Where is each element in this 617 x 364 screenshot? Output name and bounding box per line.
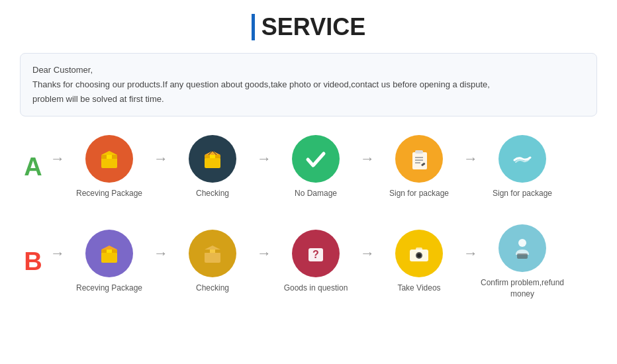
svg-rect-4 — [205, 158, 220, 168]
flow-arrow: → — [463, 150, 478, 167]
flow-items-a: Receving Package→Checking→No Damage→Sign… — [66, 135, 597, 199]
flow-item-label-nodamage: No Damage — [295, 188, 337, 199]
flow-item-label-check-b: Checking — [196, 283, 229, 294]
flow-item-label-recv-a: Receving Package — [76, 188, 142, 199]
flow-arrow: → — [360, 150, 375, 167]
svg-rect-30 — [517, 253, 528, 259]
svg-rect-28 — [416, 248, 422, 251]
flow-container: A→Receving Package→Checking→No Damage→Si… — [20, 135, 597, 312]
flow-arrow: → — [360, 245, 375, 262]
icon-circle-handshake — [498, 135, 546, 183]
flow-arrow: → — [463, 245, 478, 262]
svg-marker-6 — [205, 151, 220, 155]
flow-arrow: → — [257, 150, 271, 167]
flow-item-label-check-a: Checking — [196, 188, 229, 199]
flow-section-a: A→Receving Package→Checking→No Damage→Si… — [20, 135, 597, 199]
flow-item-sign-a: Sign for package — [376, 135, 462, 199]
svg-point-29 — [518, 239, 526, 247]
icon-circle-videos — [395, 230, 443, 277]
flow-arrow: → — [154, 245, 168, 262]
flow-item-label-recv-b: Receving Package — [76, 283, 142, 294]
flow-item-label-confirm: Confirm problem,refund money — [479, 277, 565, 300]
flow-arrow: → — [154, 150, 168, 167]
svg-rect-19 — [205, 252, 220, 263]
icon-circle-recv-a — [85, 135, 133, 183]
icon-circle-sign-a — [395, 135, 443, 183]
flow-item-check-b: Checking — [169, 230, 256, 294]
flow-items-b: Receving Package→Checking→?Goods in ques… — [66, 224, 597, 300]
flow-item-question: ?Goods in question — [273, 230, 359, 294]
icon-circle-nodamage — [292, 135, 340, 183]
icon-circle-check-a — [189, 135, 236, 183]
svg-text:?: ? — [312, 249, 319, 260]
svg-marker-17 — [101, 246, 117, 250]
svg-rect-18 — [107, 250, 112, 253]
svg-rect-15 — [101, 252, 117, 263]
icon-circle-check-b — [189, 230, 236, 277]
flow-item-label-sign-a: Sign for package — [389, 188, 449, 199]
page-title: SERVICE — [252, 13, 365, 41]
svg-rect-0 — [101, 158, 117, 168]
svg-rect-7 — [210, 155, 215, 158]
title-accent-bar — [252, 14, 255, 40]
flow-item-confirm: Confirm problem,refund money — [479, 224, 565, 300]
flow-item-check-a: Checking — [169, 135, 256, 199]
notice-box: Dear Customer, Thanks for choosing our p… — [20, 53, 597, 116]
icon-circle-question: ? — [292, 230, 340, 277]
svg-marker-21 — [205, 246, 220, 250]
flow-row-b: B→Receving Package→Checking→?Goods in qu… — [20, 224, 597, 300]
flow-item-label-handshake: Sign for package — [493, 188, 552, 199]
flow-item-nodamage: No Damage — [273, 135, 359, 199]
flow-arrow: → — [50, 150, 65, 167]
flow-arrow: → — [50, 245, 65, 262]
flow-item-videos: Take Videos — [376, 230, 462, 294]
flow-item-recv-a: Receving Package — [66, 135, 152, 199]
flow-arrow: → — [257, 245, 271, 262]
flow-label-b: B — [20, 248, 46, 276]
svg-rect-3 — [107, 155, 112, 159]
flow-item-handshake: Sign for package — [479, 135, 565, 199]
svg-marker-2 — [101, 151, 117, 155]
flow-item-label-videos: Take Videos — [397, 283, 440, 294]
svg-rect-22 — [210, 250, 215, 253]
icon-circle-confirm — [498, 224, 546, 272]
svg-point-27 — [417, 253, 421, 257]
flow-row-a: A→Receving Package→Checking→No Damage→Si… — [20, 135, 597, 199]
svg-rect-9 — [415, 150, 423, 154]
flow-item-label-question: Goods in question — [284, 283, 348, 294]
icon-circle-recv-b — [85, 230, 133, 277]
flow-section-b: B→Receving Package→Checking→?Goods in qu… — [20, 224, 597, 300]
flow-label-a: A — [20, 153, 46, 181]
flow-item-recv-b: Receving Package — [66, 230, 152, 294]
